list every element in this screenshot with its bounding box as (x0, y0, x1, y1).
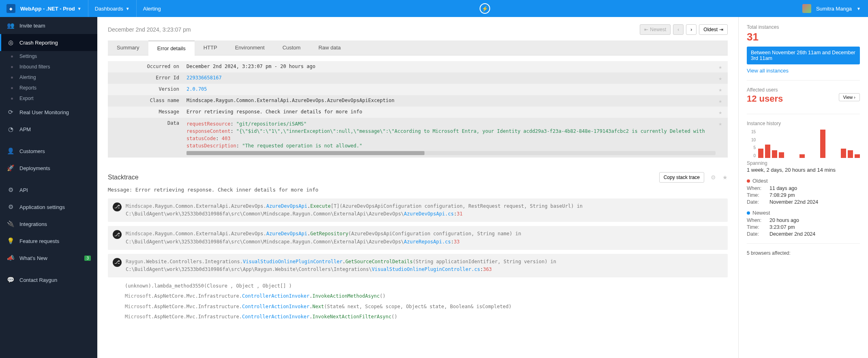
browsers-affected-label: 5 browsers affected: (747, 250, 860, 256)
person-icon: 👤 (6, 147, 15, 155)
app-switcher[interactable]: ◆ WebApp - .NET - Prod ▼ (0, 0, 88, 17)
topbar: ◆ WebApp - .NET - Prod ▼ Dashboards ▼ Al… (0, 0, 868, 17)
spanning-label: Spanning (747, 160, 860, 166)
tab-environment[interactable]: Environment (226, 40, 274, 55)
sidebar-app-settings[interactable]: ⚙Application settings (0, 198, 97, 215)
sidebar: 👥Invite team ◎Crash Reporting Settings I… (0, 17, 97, 358)
app-logo-icon: ◆ (6, 4, 15, 13)
skip-first-icon: ⇤ (644, 27, 648, 32)
next-button[interactable]: › (686, 24, 697, 35)
star-icon[interactable]: ★ (719, 174, 728, 181)
pager: ⇤Newest ‹ › Oldest⇥ (640, 24, 728, 35)
sidebar-contact[interactable]: 💬Contact Raygun (0, 271, 97, 288)
gear-icon[interactable]: ⚙ (707, 174, 716, 181)
rocket-icon: 🚀 (6, 164, 15, 172)
view-users-button[interactable]: View › (839, 93, 860, 101)
main-content: December 2nd 2024, 3:23:07 pm ⇤Newest ‹ … (97, 17, 738, 358)
chat-icon: 💬 (6, 276, 15, 284)
copy-stack-trace-button[interactable]: Copy stack trace (659, 172, 704, 183)
sidebar-invite-team[interactable]: 👥Invite team (0, 17, 97, 34)
sidebar-label: Invite team (19, 23, 45, 29)
page-timestamp: December 2nd 2024, 3:23:07 pm (108, 26, 191, 33)
value-class-name: Mindscape.Raygun.Common.ExternalApi.Azur… (186, 98, 716, 103)
label-version: Version (114, 86, 186, 92)
label-class-name: Class name (114, 98, 186, 103)
label-occurred-on: Occurred on (114, 64, 186, 69)
chevron-down-icon: ▼ (77, 6, 81, 11)
sidebar-api[interactable]: ⚙API (0, 181, 97, 198)
tab-http[interactable]: HTTP (195, 40, 226, 55)
sidebar-apm[interactable]: ◔APM (0, 121, 97, 138)
sidebar-sub-export[interactable]: Export (0, 93, 97, 104)
star-icon[interactable]: ★ (716, 75, 722, 81)
sidebar-label: Real User Monitoring (19, 109, 69, 115)
oldest-date: November 22nd 2024 (769, 199, 818, 205)
sidebar-integrations[interactable]: 🔌Integrations (0, 215, 97, 232)
app-name: WebApp - .NET - Prod (20, 6, 75, 12)
label-data: Data (114, 120, 186, 126)
plug-icon: 🔌 (6, 220, 15, 228)
newest-button: ⇤Newest (640, 24, 671, 35)
sidebar-sub-inbound-filters[interactable]: Inbound filters (0, 62, 97, 72)
stack-frame-plain: Microsoft.AspNetCore.Mvc.Infrastructure.… (108, 302, 728, 311)
oldest-button[interactable]: Oldest⇥ (699, 24, 728, 35)
tab-raw-data[interactable]: Raw data (309, 40, 349, 55)
target-icon: ◎ (6, 38, 15, 47)
affected-users-label: Affected users (747, 87, 783, 93)
view-all-instances-link[interactable]: View all instances (747, 68, 789, 74)
avatar (802, 4, 811, 13)
sidebar-sub-settings[interactable]: Settings (0, 51, 97, 62)
star-icon[interactable]: ★ (716, 109, 722, 115)
stack-frame-plain: (unknown).lambda_method3550(Closure , Ob… (108, 281, 728, 291)
tab-error-details[interactable]: Error details (148, 40, 195, 55)
github-icon[interactable]: ⎇ (113, 258, 122, 267)
api-icon: ⚙ (6, 186, 15, 194)
stack-frame: ⎇ Mindscape.Raygun.Common.ExternalApi.Az… (108, 226, 728, 249)
github-icon[interactable]: ⎇ (113, 202, 122, 211)
chevron-down-icon: ▼ (857, 6, 861, 11)
badge: 3 (84, 256, 91, 261)
error-details: Occurred onDecember 2nd 2024, 3:23:07 pm… (108, 55, 728, 163)
tab-custom[interactable]: Custom (274, 40, 310, 55)
stack-frame-plain: Microsoft.AspNetCore.Mvc.Infrastructure.… (108, 292, 728, 301)
dashboards-menu[interactable]: Dashboards ▼ (88, 0, 137, 17)
sidebar-label: API (19, 187, 28, 193)
newest-date: December 2nd 2024 (769, 231, 815, 237)
alerting-link[interactable]: Alerting (137, 0, 167, 17)
horizontal-scrollbar[interactable] (186, 151, 716, 155)
bolt-icon[interactable]: ⚡ (480, 3, 490, 14)
sidebar-label: Contact Raygun (19, 277, 57, 283)
sidebar-label: APM (19, 126, 31, 132)
user-menu[interactable]: Sumitra Manga ▼ (802, 4, 868, 13)
sidebar-sub-alerting[interactable]: Alerting (0, 72, 97, 83)
user-name: Sumitra Manga (816, 6, 852, 12)
tab-summary[interactable]: Summary (108, 40, 148, 55)
star-icon[interactable]: ★ (716, 86, 722, 93)
right-panel: Total instances 31 Between November 26th… (738, 17, 868, 358)
value-version[interactable]: 2.0.705 (186, 86, 207, 92)
star-icon[interactable]: ★ (716, 120, 722, 127)
sidebar-label: Feature requests (19, 238, 59, 244)
sidebar-whats-new[interactable]: 📣What's New3 (0, 249, 97, 266)
star-icon[interactable]: ★ (716, 64, 722, 70)
newest-when: 20 hours ago (769, 217, 799, 223)
sidebar-sub-reports[interactable]: Reports (0, 83, 97, 93)
date-range[interactable]: Between November 26th 11am and December … (747, 47, 860, 64)
instance-history-label: Instance history (747, 121, 860, 126)
sidebar-feature-requests[interactable]: 💡Feature requests (0, 232, 97, 249)
sidebar-crash-reporting[interactable]: ◎Crash Reporting (0, 34, 97, 51)
chevron-down-icon: ▼ (126, 6, 130, 11)
sidebar-customers[interactable]: 👤Customers (0, 143, 97, 160)
github-icon[interactable]: ⎇ (113, 230, 122, 239)
value-error-id[interactable]: 229336658167 (186, 75, 222, 81)
data-block: requestResource: "git/repositories/iSAMS… (186, 120, 716, 149)
megaphone-icon: 📣 (6, 254, 15, 262)
stacktrace-title: Stacktrace (108, 174, 139, 181)
tabs: Summary Error details HTTP Environment C… (108, 40, 728, 55)
prev-button: ‹ (673, 24, 684, 35)
stacktrace-message: Message: Error retrieving response. Chec… (108, 187, 728, 193)
dashboards-label: Dashboards (95, 6, 123, 12)
sidebar-deployments[interactable]: 🚀Deployments (0, 160, 97, 177)
sidebar-rum[interactable]: ⟳Real User Monitoring (0, 104, 97, 121)
star-icon[interactable]: ★ (716, 98, 722, 104)
